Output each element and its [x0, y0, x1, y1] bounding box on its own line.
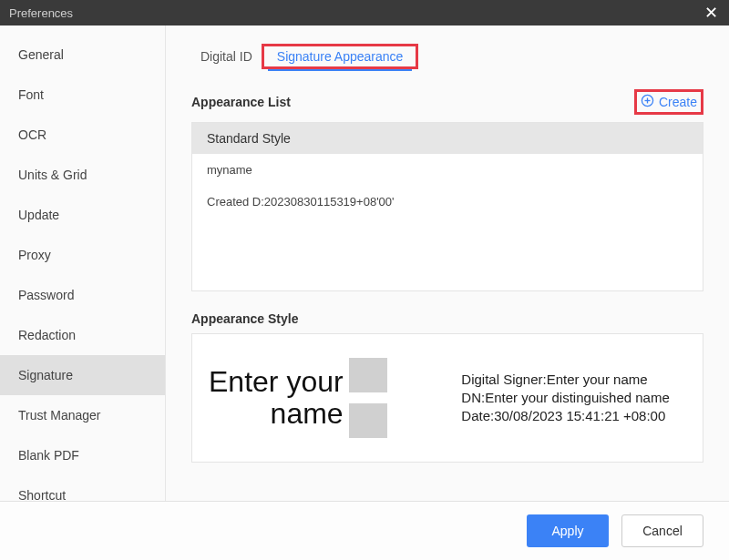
detail-date: Date:30/08/2023 15:41:21 +08:00 — [461, 407, 686, 425]
sidebar-item-ocr[interactable]: OCR — [0, 115, 165, 155]
sidebar: General Font OCR Units & Grid Update Pro… — [0, 25, 166, 501]
cancel-button[interactable]: Cancel — [621, 514, 703, 547]
placeholder-block — [349, 403, 387, 438]
preview-big-line1: Enter your — [209, 366, 344, 398]
detail-signer: Digital Signer:Enter your name — [461, 371, 686, 389]
list-item[interactable]: myname — [192, 154, 703, 186]
sidebar-item-trust-manager[interactable]: Trust Manager — [0, 395, 165, 435]
sidebar-item-font[interactable]: Font — [0, 75, 165, 115]
titlebar: Preferences ✕ — [0, 0, 729, 25]
create-button[interactable]: Create — [641, 94, 697, 110]
sidebar-item-units-grid[interactable]: Units & Grid — [0, 155, 165, 195]
detail-dn: DN:Enter your distinguished name — [461, 389, 686, 407]
sidebar-item-signature[interactable]: Signature — [0, 355, 165, 395]
close-icon[interactable]: ✕ — [702, 3, 720, 23]
placeholder-block — [349, 358, 387, 392]
footer: Apply Cancel — [0, 501, 729, 560]
create-label: Create — [659, 95, 697, 109]
preview-details: Digital Signer:Enter your name DN:Enter … — [456, 371, 686, 426]
appearance-style-title: Appearance Style — [191, 311, 299, 326]
preview-placeholder-stack — [349, 358, 387, 438]
sidebar-item-proxy[interactable]: Proxy — [0, 235, 165, 275]
main-panel: Digital ID Signature Appearance Appearan… — [166, 25, 729, 501]
highlight-create: Create — [634, 89, 703, 115]
plus-circle-icon — [641, 94, 654, 110]
preview-big-text: Enter your name — [209, 366, 344, 430]
sidebar-item-blank-pdf[interactable]: Blank PDF — [0, 435, 165, 475]
appearance-list-header: Appearance List Create — [191, 89, 703, 115]
sidebar-item-general[interactable]: General — [0, 35, 165, 75]
tab-digital-id[interactable]: Digital ID — [191, 44, 262, 69]
highlight-tab: Signature Appearance — [262, 44, 419, 69]
apply-button[interactable]: Apply — [527, 514, 609, 547]
window-title: Preferences — [9, 6, 73, 20]
list-column-header: Standard Style — [192, 123, 703, 154]
sidebar-item-password[interactable]: Password — [0, 275, 165, 315]
preview-big-line2: name — [209, 398, 344, 430]
appearance-list-box: Standard Style myname Created D:20230830… — [191, 122, 703, 291]
sidebar-item-update[interactable]: Update — [0, 195, 165, 235]
appearance-style-header: Appearance Style — [191, 311, 703, 326]
appearance-style-preview: Enter your name Digital Signer:Enter you… — [191, 333, 703, 463]
tab-signature-appearance[interactable]: Signature Appearance — [268, 44, 413, 71]
preview-left: Enter your name — [209, 358, 456, 438]
sidebar-item-redaction[interactable]: Redaction — [0, 315, 165, 355]
sidebar-item-shortcut[interactable]: Shortcut — [0, 475, 165, 501]
tabs: Digital ID Signature Appearance — [191, 44, 703, 69]
list-item[interactable]: Created D:20230830115319+08'00' — [192, 186, 703, 218]
appearance-list-title: Appearance List — [191, 95, 291, 109]
main-container: General Font OCR Units & Grid Update Pro… — [0, 25, 729, 501]
